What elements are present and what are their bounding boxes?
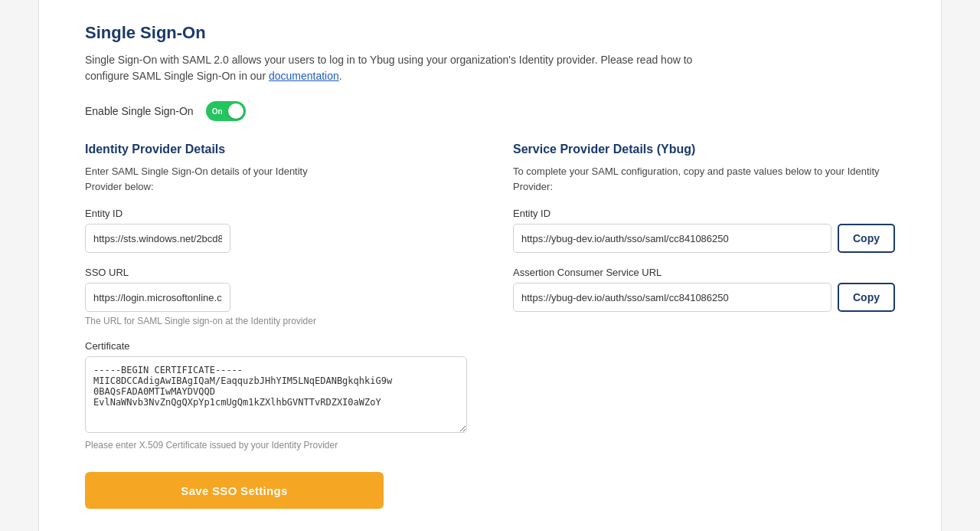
description-text-part1: Single Sign-On with SAML 2.0 allows your… bbox=[85, 54, 692, 82]
toggle-text: On bbox=[212, 107, 223, 116]
acs-url-field-group: Assertion Consumer Service URL Copy bbox=[513, 267, 895, 312]
identity-provider-title: Identity Provider Details bbox=[85, 143, 467, 156]
copy-acs-url-button[interactable]: Copy bbox=[838, 283, 895, 312]
description-text-part2: . bbox=[339, 70, 342, 82]
service-provider-description: To complete your SAML configuration, cop… bbox=[513, 164, 895, 194]
identity-provider-section: Identity Provider Details Enter SAML Sin… bbox=[85, 143, 467, 509]
page-title: Single Sign-On bbox=[85, 23, 895, 43]
sso-url-field-group: SSO URL The URL for SAML Single sign-on … bbox=[85, 267, 467, 326]
toggle-knob bbox=[228, 103, 243, 119]
service-provider-section: Service Provider Details (Ybug) To compl… bbox=[513, 143, 895, 326]
enable-label: Enable Single Sign-On bbox=[85, 105, 194, 117]
certificate-label: Certificate bbox=[85, 340, 467, 352]
sp-entity-id-row: Copy bbox=[513, 224, 895, 253]
enable-toggle[interactable]: On bbox=[206, 101, 246, 121]
acs-url-row: Copy bbox=[513, 283, 895, 312]
enable-row: Enable Single Sign-On On bbox=[85, 101, 895, 121]
page-description: Single Sign-On with SAML 2.0 allows your… bbox=[85, 52, 697, 84]
idp-desc-line1: Enter SAML Single Sign-On details of you… bbox=[85, 166, 308, 177]
service-provider-title: Service Provider Details (Ybug) bbox=[513, 143, 895, 156]
documentation-link[interactable]: documentation bbox=[269, 70, 339, 82]
sso-url-hint: The URL for SAML Single sign-on at the I… bbox=[85, 316, 467, 326]
entity-id-field-group: Entity ID bbox=[85, 208, 467, 253]
entity-id-label: Entity ID bbox=[85, 208, 467, 219]
save-sso-button[interactable]: Save SSO Settings bbox=[85, 472, 384, 509]
certificate-field-group: Certificate -----BEGIN CERTIFICATE----- … bbox=[85, 340, 467, 451]
entity-id-input[interactable] bbox=[85, 224, 230, 253]
sp-entity-id-field-group: Entity ID Copy bbox=[513, 208, 895, 253]
sp-entity-id-label: Entity ID bbox=[513, 208, 895, 219]
acs-url-input[interactable] bbox=[513, 283, 831, 312]
sso-url-label: SSO URL bbox=[85, 267, 467, 278]
copy-entity-id-button[interactable]: Copy bbox=[838, 224, 895, 253]
certificate-textarea[interactable]: -----BEGIN CERTIFICATE----- MIIC8DCCAdig… bbox=[85, 356, 467, 433]
sp-entity-id-input[interactable] bbox=[513, 224, 831, 253]
acs-url-label: Assertion Consumer Service URL bbox=[513, 267, 895, 278]
sso-url-input[interactable] bbox=[85, 283, 230, 312]
sections-row: Identity Provider Details Enter SAML Sin… bbox=[85, 143, 895, 509]
identity-provider-description: Enter SAML Single Sign-On details of you… bbox=[85, 164, 467, 194]
certificate-hint: Please enter X.509 Certificate issued by… bbox=[85, 440, 467, 451]
idp-desc-line2: Provider below: bbox=[85, 181, 154, 192]
page-container: Single Sign-On Single Sign-On with SAML … bbox=[38, 0, 942, 531]
